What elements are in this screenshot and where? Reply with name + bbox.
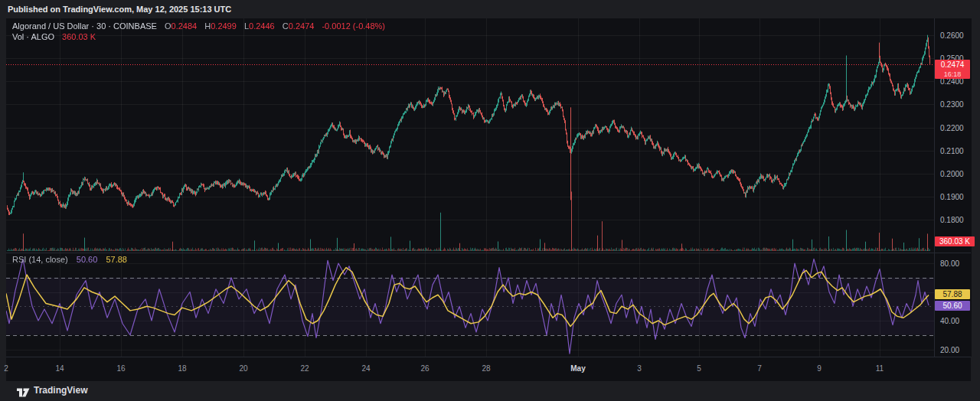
price-axis-label: 0.2100 (940, 146, 964, 156)
footer-bar: TradingView (0, 381, 980, 401)
time-axis-label: May (570, 364, 585, 373)
tradingview-logo-icon[interactable] (17, 386, 30, 400)
symbol-title[interactable]: Algorand / US Dollar · 30 · COINBASE (12, 21, 157, 31)
close-value: 0.2474 (289, 21, 315, 31)
volume-badge: 360.03 K (935, 236, 975, 246)
time-axis-label: 14 (55, 364, 64, 373)
time-axis-label: 28 (482, 364, 490, 373)
published-bar: Published on TradingView.com, May 12, 20… (0, 0, 980, 18)
footer-brand[interactable]: TradingView (34, 385, 87, 396)
rsi-value-badge: 50.60 (935, 301, 970, 311)
volume-value: 360.03 K (62, 32, 96, 41)
time-axis-label: 16 (116, 364, 125, 373)
pane-separator[interactable] (6, 253, 971, 253)
rsi-value: 50.60 (77, 255, 98, 264)
price-axis-label: 0.2000 (940, 169, 964, 179)
time-axis[interactable]: 21416182022242628May357911 (6, 357, 971, 381)
price-axis-label: 0.1900 (940, 192, 964, 202)
price-axis-label: 0.2200 (940, 123, 964, 133)
time-axis-label: 2 (4, 364, 8, 373)
open-label: O (165, 21, 172, 31)
time-axis-label: 18 (178, 364, 186, 373)
time-axis-label: 22 (300, 364, 309, 373)
rsi-pane-canvas[interactable] (6, 253, 934, 357)
last-price-badge: 0.2474 16:18 (935, 60, 970, 79)
time-axis-label: 20 (239, 364, 247, 373)
rsi-axis-label: 40.00 (940, 316, 959, 326)
last-price-value: 0.2474 (935, 60, 970, 70)
price-pane-canvas[interactable] (6, 18, 934, 253)
close-label: C (283, 21, 289, 31)
rsi-axis-label: 80.00 (940, 259, 959, 269)
volume-legend[interactable]: Vol · ALGO 360.03 K (12, 32, 96, 41)
rsi-axis-label: 20.00 (940, 345, 959, 355)
time-axis-label: 3 (637, 364, 642, 373)
rsi-ma-badge: 57.88 (935, 289, 970, 299)
time-axis-label: 5 (697, 364, 701, 373)
published-text: Published on TradingView.com, May 12, 20… (8, 5, 231, 14)
open-value: 0.2484 (172, 21, 198, 31)
volume-label: Vol · ALGO (12, 32, 54, 41)
price-axis-label: 0.1800 (940, 215, 964, 225)
bar-countdown: 16:18 (935, 70, 970, 79)
high-value: 0.2499 (211, 21, 237, 31)
time-axis-label: 26 (420, 364, 429, 373)
time-axis-label: 7 (757, 364, 762, 373)
tradingview-snapshot: Published on TradingView.com, May 12, 20… (0, 0, 980, 401)
time-axis-label: 11 (876, 364, 884, 373)
rsi-ma-value: 57.88 (106, 255, 127, 264)
rsi-legend[interactable]: RSI (14, close) 50.60 57.88 (12, 255, 127, 264)
time-axis-label: 9 (817, 364, 822, 373)
low-value: 0.2446 (249, 21, 275, 31)
time-axis-label: 24 (361, 364, 370, 373)
price-axis-label: 0.2300 (940, 99, 964, 109)
high-label: H (204, 21, 211, 31)
change-value: -0.0012 (-0.48%) (322, 21, 385, 31)
rsi-title: RSI (14, close) (12, 255, 68, 264)
price-axis-label: 0.2600 (940, 31, 964, 41)
symbol-legend[interactable]: Algorand / US Dollar · 30 · COINBASE O0.… (12, 21, 385, 31)
